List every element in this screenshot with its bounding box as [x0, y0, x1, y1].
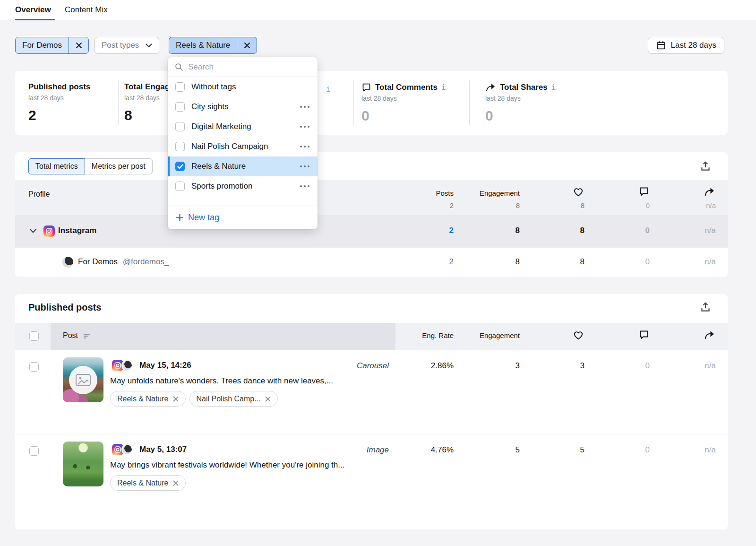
post-thumbnail[interactable]: [63, 357, 103, 402]
checkbox-unchecked[interactable]: [175, 102, 185, 112]
dropdown-item-digital-marketing[interactable]: Digital Marketing: [168, 117, 318, 137]
tag-pill-label: Nail Polish Camp...: [197, 395, 261, 403]
checkbox-unchecked[interactable]: [175, 122, 185, 131]
post-tags: Reels & Nature Nail Polish Camp...: [110, 391, 278, 407]
post-meta: May 5, 13:07: [112, 444, 187, 455]
shares-column-header[interactable]: [654, 329, 716, 342]
info-icon[interactable]: i: [441, 83, 446, 92]
post-type-label: Image: [367, 445, 389, 455]
info-icon[interactable]: i: [551, 83, 556, 92]
date-range-button[interactable]: Last 28 days: [648, 37, 724, 54]
tag-filter-dropdown: Without tags City sights Digital Marketi…: [168, 57, 318, 229]
dropdown-item-without-tags[interactable]: Without tags: [168, 77, 318, 97]
stat-value: 2: [28, 107, 90, 123]
more-options-icon[interactable]: [300, 125, 310, 128]
collapse-chevron-icon[interactable]: [29, 228, 37, 234]
table-row-instagram-group[interactable]: Instagram 2 8 8 0 n/a: [15, 215, 728, 247]
shares-column-header[interactable]: [654, 186, 716, 199]
stat-subtitle: last 28 days: [28, 94, 90, 102]
eng-rate-column-header[interactable]: Eng. Rate: [392, 331, 454, 339]
table-row-profile[interactable]: For Demos @fordemos_ 2 8 8 0 n/a: [15, 247, 728, 277]
export-icon[interactable]: [699, 160, 712, 173]
post-column-header[interactable]: Post: [63, 331, 91, 340]
profile-filter-chip[interactable]: For Demos: [15, 37, 89, 54]
dropdown-item-reels-and-nature[interactable]: Reels & Nature: [168, 156, 318, 176]
toggle-total-metrics[interactable]: Total metrics: [28, 158, 85, 174]
shares-value: n/a: [654, 257, 716, 267]
remove-tag-icon[interactable]: [173, 396, 179, 402]
checkbox-unchecked[interactable]: [175, 182, 185, 191]
post-caption: May unfolds nature's wonders. Trees danc…: [110, 376, 333, 386]
tag-filter-label: Reels & Nature: [169, 41, 237, 50]
stat-subtitle: last 28 days: [361, 95, 446, 102]
carousel-media-icon: [69, 366, 97, 394]
post-thumbnail[interactable]: [63, 442, 103, 486]
more-options-icon[interactable]: [300, 145, 310, 148]
tag-pill-label: Reels & Nature: [117, 395, 169, 403]
checkbox-checked[interactable]: [175, 162, 185, 171]
engagement-value: 8: [458, 226, 520, 235]
post-row[interactable]: May 5, 13:07 Image May brings vibrant fe…: [15, 434, 728, 518]
select-all-checkbox[interactable]: [29, 331, 39, 341]
dropdown-item-label: Digital Marketing: [191, 122, 251, 131]
posts-column-header[interactable]: Posts: [392, 189, 454, 197]
engagement-column-header[interactable]: Engagement: [458, 331, 520, 339]
info-icon[interactable]: i: [326, 85, 330, 94]
likes-column-header[interactable]: [523, 329, 584, 342]
stat-total-shares: Total Shares i last 28 days 0: [485, 82, 556, 124]
tag-pill: Nail Polish Camp...: [189, 391, 278, 407]
avatar: [121, 360, 133, 371]
post-row[interactable]: May 15, 14:26 Carousel May unfolds natur…: [15, 350, 728, 434]
tag-filter-remove-button[interactable]: [237, 37, 257, 53]
more-options-icon[interactable]: [300, 185, 310, 188]
comments-column-header[interactable]: [588, 186, 650, 199]
post-meta: May 15, 14:26: [112, 360, 191, 371]
more-options-icon[interactable]: [300, 165, 310, 168]
likes-total: 8: [523, 201, 584, 209]
engagement-value: 8: [458, 257, 520, 267]
posts-count-link[interactable]: 2: [392, 226, 454, 235]
dropdown-item-nail-polish-campaign[interactable]: Nail Polish Campaign: [168, 137, 318, 156]
tab-overview[interactable]: Overview: [15, 0, 51, 20]
checkbox-unchecked[interactable]: [175, 82, 185, 92]
remove-tag-icon[interactable]: [173, 480, 179, 486]
toggle-metrics-per-post[interactable]: Metrics per post: [85, 158, 153, 174]
comments-total: 0: [588, 201, 650, 209]
profile-filter-remove-button[interactable]: [69, 37, 88, 53]
stat-title: Published posts: [28, 82, 90, 92]
dropdown-item-sports-promotion[interactable]: Sports promotion: [168, 176, 318, 196]
shares-value: n/a: [654, 226, 716, 235]
stat-subtitle: last 28 days: [485, 95, 556, 102]
post-date: May 5, 13:07: [139, 445, 187, 454]
posts-count-link[interactable]: 2: [392, 257, 454, 267]
engagement-value: 3: [458, 361, 520, 371]
post-tags: Reels & Nature: [110, 475, 186, 491]
tab-content-mix[interactable]: Content Mix: [65, 0, 108, 20]
checkbox-unchecked[interactable]: [175, 142, 185, 151]
tag-pill: Reels & Nature: [110, 391, 186, 407]
tag-pill: Reels & Nature: [110, 475, 186, 491]
more-options-icon[interactable]: [300, 105, 310, 108]
remove-tag-icon[interactable]: [265, 396, 271, 402]
metrics-toggle: Total metrics Metrics per post: [28, 158, 153, 174]
tag-pill-label: Reels & Nature: [117, 479, 169, 487]
search-input[interactable]: [188, 62, 301, 72]
comments-column-header[interactable]: [588, 329, 650, 342]
export-icon[interactable]: [699, 301, 712, 313]
post-checkbox[interactable]: [29, 362, 39, 372]
metrics-table-header: Profile Posts Engagement 2 8 8 0 n/a: [15, 180, 728, 215]
post-checkbox[interactable]: [29, 446, 39, 456]
published-posts-card: Published posts Post Eng. Rate Engagemen…: [15, 294, 728, 529]
dropdown-item-city-sights[interactable]: City sights: [168, 97, 318, 117]
profile-name: For Demos @fordemos_: [78, 257, 169, 267]
post-type-label: Carousel: [357, 361, 389, 371]
likes-value: 8: [523, 257, 584, 267]
engagement-total: 8: [458, 201, 520, 209]
likes-value: 3: [523, 361, 584, 371]
shares-total: n/a: [654, 201, 716, 209]
new-tag-button[interactable]: New tag: [168, 206, 318, 229]
tag-filter-chip[interactable]: Reels & Nature: [169, 37, 257, 54]
engagement-column-header[interactable]: Engagement: [458, 189, 520, 197]
likes-column-header[interactable]: [523, 186, 584, 199]
post-types-dropdown[interactable]: Post types: [94, 37, 159, 54]
